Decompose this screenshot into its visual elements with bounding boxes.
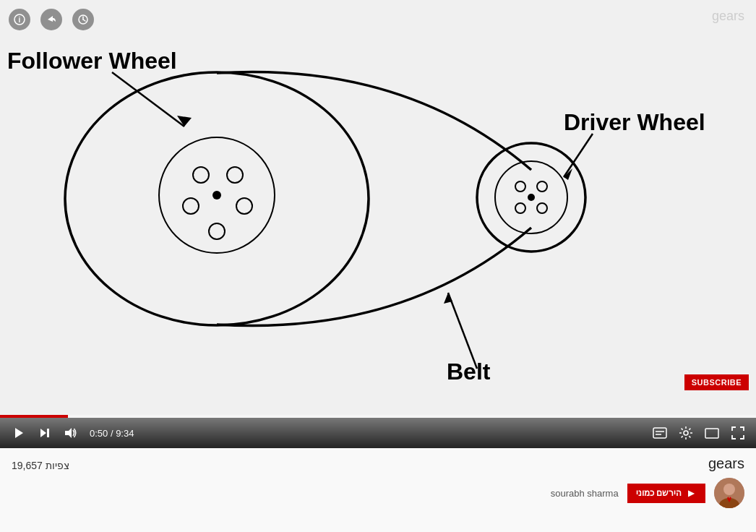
svg-rect-31 <box>47 429 49 437</box>
svg-point-14 <box>193 167 209 183</box>
video-info-bar: 19,657 צפיות gears sourabh sharma הירשם … <box>0 448 756 532</box>
svg-text:Driver Wheel: Driver Wheel <box>564 109 705 135</box>
svg-rect-33 <box>653 428 666 438</box>
channel-name: sourabh sharma <box>551 488 619 499</box>
svg-marker-30 <box>40 429 46 437</box>
svg-marker-29 <box>15 428 23 438</box>
watch-later-icon-btn[interactable] <box>72 9 94 30</box>
theater-mode-button[interactable] <box>703 424 721 442</box>
settings-button[interactable] <box>676 424 695 442</box>
video-overlay-title: gears <box>712 9 744 24</box>
svg-point-15 <box>227 167 243 183</box>
channel-row: sourabh sharma הירשם כמוני ▶ <box>551 478 744 508</box>
svg-text:Belt: Belt <box>447 359 491 385</box>
fullscreen-button[interactable] <box>729 424 747 442</box>
video-info-right: gears sourabh sharma הירשם כמוני ▶ <box>551 455 744 508</box>
time-display: 0:50 / 9:34 <box>90 428 134 439</box>
svg-point-39 <box>723 484 735 495</box>
svg-text:i: i <box>19 16 21 24</box>
svg-point-11 <box>537 203 547 213</box>
video-title: gears <box>708 455 744 472</box>
svg-marker-22 <box>177 116 192 126</box>
views-count: 19,657 צפיות <box>12 460 72 471</box>
right-controls <box>650 424 747 442</box>
subscribe-overlay[interactable]: SUBSCRIBE <box>684 374 749 390</box>
subtitles-button[interactable] <box>650 424 669 442</box>
play-button[interactable] <box>9 423 29 443</box>
svg-point-18 <box>209 223 225 239</box>
svg-line-27 <box>448 293 477 369</box>
drawing-area: Follower Wheel Driver Wheel Belt <box>0 0 756 390</box>
info-icon-btn[interactable]: i <box>9 9 30 30</box>
share-icon-btn[interactable] <box>40 9 62 30</box>
svg-point-16 <box>183 198 199 214</box>
svg-point-9 <box>537 181 547 192</box>
channel-avatar <box>714 478 744 508</box>
skip-button[interactable] <box>35 423 55 443</box>
svg-point-10 <box>515 203 525 213</box>
subscribe-label: הירשם כמוני <box>636 488 682 498</box>
svg-text:Follower Wheel: Follower Wheel <box>7 48 177 74</box>
video-top-icons: i <box>9 9 94 30</box>
svg-point-12 <box>528 194 535 201</box>
volume-button[interactable] <box>61 423 81 443</box>
subscribe-button[interactable]: הירשם כמוני ▶ <box>627 484 705 503</box>
svg-marker-32 <box>65 428 72 438</box>
svg-point-36 <box>684 431 688 435</box>
svg-rect-37 <box>705 429 718 438</box>
youtube-play-icon: ▶ <box>685 488 697 499</box>
controls-bar: 0:50 / 9:34 <box>0 418 756 448</box>
svg-point-17 <box>236 198 252 214</box>
video-player: i gears <box>0 0 756 448</box>
svg-point-19 <box>212 191 221 200</box>
svg-line-4 <box>83 20 85 21</box>
video-info-left: 19,657 צפיות <box>12 455 72 471</box>
svg-point-8 <box>515 181 525 192</box>
video-frame: i gears <box>0 0 756 448</box>
